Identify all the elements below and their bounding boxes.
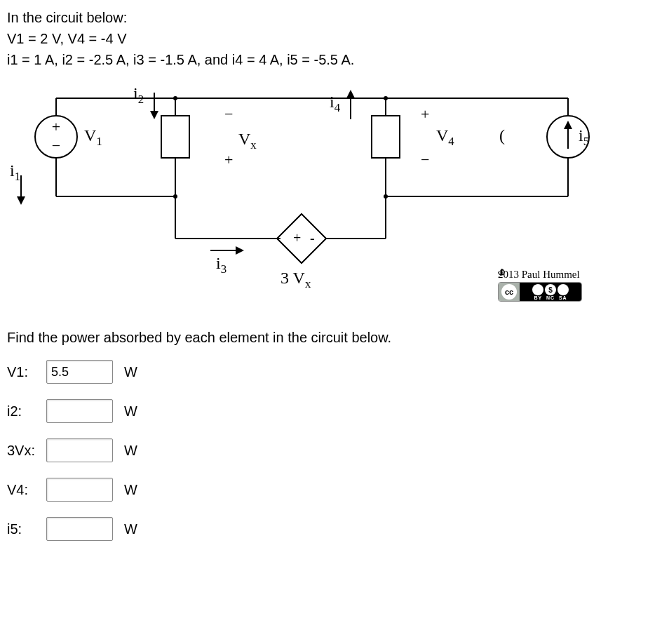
answer-row-i2: i2: W xyxy=(7,399,662,423)
answer-input-3vx[interactable] xyxy=(46,438,113,462)
label-v4: V4 xyxy=(436,126,454,149)
question-text: Find the power absorbed by each element … xyxy=(7,330,662,346)
attribution-text: 2013 Paul Hummel xyxy=(498,269,582,281)
answer-row-3vx: 3Vx: W xyxy=(7,438,662,462)
svg-marker-31 xyxy=(236,246,244,255)
problem-statement: In the circuit below: V1 = 2 V, V4 = -4 … xyxy=(7,7,662,70)
svg-text:+: + xyxy=(52,118,60,135)
answer-input-v4[interactable] xyxy=(46,478,113,502)
svg-marker-12 xyxy=(277,214,326,263)
svg-text:+: + xyxy=(421,105,429,123)
answer-row-v1: V1: W xyxy=(7,360,662,384)
answer-label-i5: i5: xyxy=(7,521,42,537)
svg-point-41 xyxy=(384,194,388,199)
answer-label-v4: V4: xyxy=(7,482,42,498)
label-3vx: 3 Vx xyxy=(281,269,311,291)
cc-by-icon xyxy=(532,284,543,295)
label-i2: i2 xyxy=(133,84,144,107)
answer-unit-3vx: W xyxy=(124,443,137,459)
label-i5-source: ( xyxy=(499,126,505,145)
label-i5: i5 xyxy=(579,126,589,149)
label-i1: i1 xyxy=(10,161,20,184)
attribution-block: 2013 Paul Hummel cc $ BY NC SA xyxy=(498,269,582,302)
svg-point-38 xyxy=(173,96,177,100)
svg-text:+: + xyxy=(293,230,301,246)
svg-marker-25 xyxy=(564,121,572,129)
cc-license-badge: cc $ BY NC SA xyxy=(498,282,582,302)
label-i4: i4 xyxy=(330,93,340,115)
label-i3: i3 xyxy=(216,254,227,276)
answer-input-i2[interactable] xyxy=(46,399,113,423)
svg-point-40 xyxy=(173,194,177,199)
problem-line-3: i1 = 1 A, i2 = -2.5 A, i3 = -1.5 A, and … xyxy=(7,49,662,70)
svg-marker-33 xyxy=(346,90,355,98)
svg-text:-: - xyxy=(310,230,315,246)
answer-unit-v4: W xyxy=(124,482,137,498)
answer-unit-i5: W xyxy=(124,521,137,537)
cc-bottom-labels: BY NC SA xyxy=(534,295,567,300)
answer-unit-i2: W xyxy=(124,403,137,420)
answer-label-v1: V1: xyxy=(7,364,42,380)
label-vx: Vx xyxy=(238,130,257,152)
answer-input-i5[interactable] xyxy=(46,517,113,541)
cc-icon: cc xyxy=(499,283,520,301)
cc-terms: $ BY NC SA xyxy=(520,283,581,301)
svg-rect-8 xyxy=(161,116,189,158)
cc-nc-icon: $ xyxy=(545,284,556,295)
answer-row-i5: i5: W xyxy=(7,517,662,541)
answer-unit-v1: W xyxy=(124,364,137,380)
answer-input-v1[interactable] xyxy=(46,360,113,384)
answer-label-i2: i2: xyxy=(7,403,42,420)
answer-label-3vx: 3Vx: xyxy=(7,443,42,459)
svg-text:−: − xyxy=(52,137,60,154)
svg-text:+: + xyxy=(224,151,233,168)
label-v1: V1 xyxy=(84,126,102,149)
answer-row-v4: V4: W xyxy=(7,478,662,502)
svg-marker-29 xyxy=(150,111,158,119)
circuit-diagram: + − + - xyxy=(7,84,596,309)
svg-text:−: − xyxy=(421,151,429,168)
svg-rect-18 xyxy=(372,116,400,158)
cc-sa-icon xyxy=(558,284,569,295)
problem-line-2: V1 = 2 V, V4 = -4 V xyxy=(7,28,662,49)
svg-point-39 xyxy=(384,96,388,100)
svg-text:−: − xyxy=(224,105,233,123)
svg-marker-27 xyxy=(17,196,25,205)
answer-section: V1: W i2: W 3Vx: W V4: W i5: W xyxy=(7,360,662,541)
problem-line-1: In the circuit below: xyxy=(7,7,662,28)
